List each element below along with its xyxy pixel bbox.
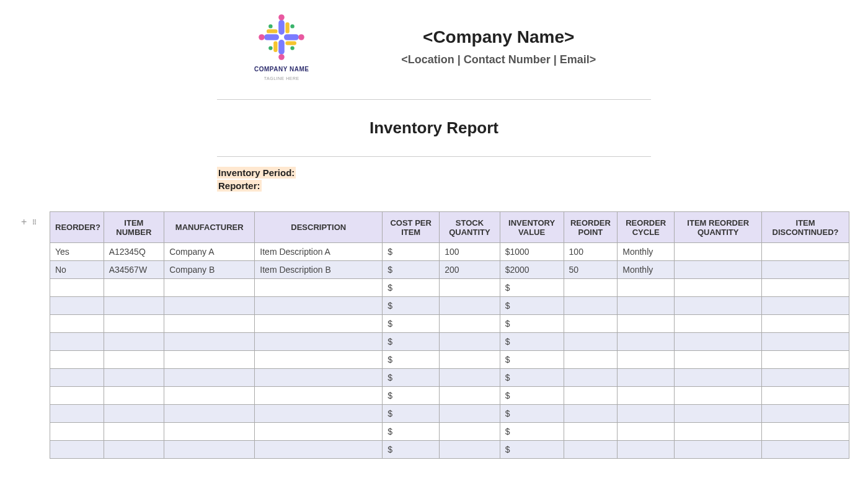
cell-stock-quantity[interactable]: 200 — [440, 261, 500, 279]
cell-manufacturer[interactable] — [164, 333, 255, 351]
cell-stock-quantity[interactable] — [440, 315, 500, 333]
cell-item-reorder-quantity[interactable] — [675, 297, 762, 315]
cell-item-reorder-quantity[interactable] — [675, 423, 762, 441]
cell-cost-per-item[interactable]: $ — [383, 369, 440, 387]
cell-reorder-cycle[interactable]: Monthly — [618, 261, 675, 279]
cell-reorder[interactable] — [50, 351, 104, 369]
cell-inventory-value[interactable]: $ — [500, 405, 564, 423]
cell-item-discontinued[interactable] — [762, 315, 849, 333]
cell-item-number[interactable] — [104, 351, 164, 369]
cell-description[interactable] — [255, 405, 383, 423]
cell-reorder-point[interactable]: 100 — [564, 243, 618, 261]
drag-handle-icon[interactable] — [33, 219, 36, 224]
cell-item-number[interactable] — [104, 333, 164, 351]
cell-reorder[interactable] — [50, 279, 104, 297]
cell-reorder[interactable] — [50, 441, 104, 459]
cell-inventory-value[interactable]: $ — [500, 297, 564, 315]
cell-description[interactable] — [255, 297, 383, 315]
cell-description[interactable] — [255, 279, 383, 297]
table-row[interactable]: $$ — [50, 387, 849, 405]
cell-item-reorder-quantity[interactable] — [675, 279, 762, 297]
cell-item-discontinued[interactable] — [762, 279, 849, 297]
col-cost-per-item[interactable]: COST PER ITEM — [383, 212, 440, 243]
table-row[interactable]: $$ — [50, 405, 849, 423]
cell-item-number[interactable] — [104, 405, 164, 423]
cell-inventory-value[interactable]: $ — [500, 423, 564, 441]
table-row[interactable]: $$ — [50, 315, 849, 333]
cell-item-reorder-quantity[interactable] — [675, 261, 762, 279]
cell-inventory-value[interactable]: $2000 — [500, 261, 564, 279]
table-row[interactable]: $$ — [50, 441, 849, 459]
cell-item-reorder-quantity[interactable] — [675, 405, 762, 423]
cell-inventory-value[interactable]: $ — [500, 351, 564, 369]
cell-cost-per-item[interactable]: $ — [383, 423, 440, 441]
cell-stock-quantity[interactable] — [440, 423, 500, 441]
cell-reorder-point[interactable] — [564, 387, 618, 405]
cell-reorder-point[interactable] — [564, 351, 618, 369]
cell-stock-quantity[interactable] — [440, 405, 500, 423]
cell-inventory-value[interactable]: $ — [500, 369, 564, 387]
cell-manufacturer[interactable] — [164, 315, 255, 333]
table-row[interactable]: NoA34567WCompany BItem Description B$200… — [50, 261, 849, 279]
cell-item-discontinued[interactable] — [762, 387, 849, 405]
cell-reorder-point[interactable] — [564, 405, 618, 423]
cell-description[interactable] — [255, 333, 383, 351]
cell-reorder-point[interactable] — [564, 297, 618, 315]
cell-item-discontinued[interactable] — [762, 405, 849, 423]
col-item-reorder-quantity[interactable]: ITEM REORDER QUANTITY — [675, 212, 762, 243]
cell-reorder-cycle[interactable] — [618, 333, 675, 351]
cell-description[interactable] — [255, 423, 383, 441]
cell-reorder-point[interactable] — [564, 423, 618, 441]
table-row[interactable]: $$ — [50, 351, 849, 369]
cell-reorder[interactable] — [50, 297, 104, 315]
cell-description[interactable]: Item Description A — [255, 243, 383, 261]
cell-reorder-cycle[interactable] — [618, 441, 675, 459]
cell-inventory-value[interactable]: $ — [500, 315, 564, 333]
cell-item-reorder-quantity[interactable] — [675, 369, 762, 387]
cell-cost-per-item[interactable]: $ — [383, 279, 440, 297]
cell-reorder-cycle[interactable] — [618, 369, 675, 387]
cell-description[interactable] — [255, 351, 383, 369]
cell-cost-per-item[interactable]: $ — [383, 333, 440, 351]
table-row[interactable]: $$ — [50, 423, 849, 441]
table-row[interactable]: $$ — [50, 369, 849, 387]
col-stock-quantity[interactable]: STOCK QUANTITY — [440, 212, 500, 243]
cell-reorder-cycle[interactable] — [618, 387, 675, 405]
table-row[interactable]: $$ — [50, 333, 849, 351]
cell-manufacturer[interactable] — [164, 405, 255, 423]
cell-reorder-point[interactable] — [564, 369, 618, 387]
cell-item-reorder-quantity[interactable] — [675, 351, 762, 369]
cell-description[interactable] — [255, 441, 383, 459]
cell-reorder-point[interactable] — [564, 333, 618, 351]
cell-item-number[interactable]: A34567W — [104, 261, 164, 279]
cell-inventory-value[interactable]: $ — [500, 333, 564, 351]
cell-reorder-cycle[interactable] — [618, 351, 675, 369]
cell-item-reorder-quantity[interactable] — [675, 333, 762, 351]
cell-reorder-cycle[interactable] — [618, 405, 675, 423]
col-reorder[interactable]: REORDER? — [50, 212, 104, 243]
cell-item-number[interactable] — [104, 315, 164, 333]
col-description[interactable]: DESCRIPTION — [255, 212, 383, 243]
cell-reorder[interactable] — [50, 315, 104, 333]
cell-item-reorder-quantity[interactable] — [675, 315, 762, 333]
cell-cost-per-item[interactable]: $ — [383, 243, 440, 261]
inventory-table[interactable]: REORDER? ITEM NUMBER MANUFACTURER DESCRI… — [50, 211, 849, 459]
cell-stock-quantity[interactable] — [440, 297, 500, 315]
cell-cost-per-item[interactable]: $ — [383, 387, 440, 405]
cell-manufacturer[interactable] — [164, 423, 255, 441]
cell-description[interactable] — [255, 369, 383, 387]
cell-manufacturer[interactable] — [164, 369, 255, 387]
col-reorder-cycle[interactable]: REORDER CYCLE — [618, 212, 675, 243]
cell-item-discontinued[interactable] — [762, 333, 849, 351]
cell-manufacturer[interactable] — [164, 279, 255, 297]
cell-cost-per-item[interactable]: $ — [383, 441, 440, 459]
cell-reorder-cycle[interactable] — [618, 297, 675, 315]
cell-item-discontinued[interactable] — [762, 243, 849, 261]
cell-stock-quantity[interactable] — [440, 369, 500, 387]
cell-item-number[interactable] — [104, 297, 164, 315]
cell-item-reorder-quantity[interactable] — [675, 243, 762, 261]
cell-reorder[interactable] — [50, 369, 104, 387]
cell-reorder-cycle[interactable] — [618, 423, 675, 441]
cell-stock-quantity[interactable] — [440, 279, 500, 297]
cell-reorder-point[interactable] — [564, 315, 618, 333]
